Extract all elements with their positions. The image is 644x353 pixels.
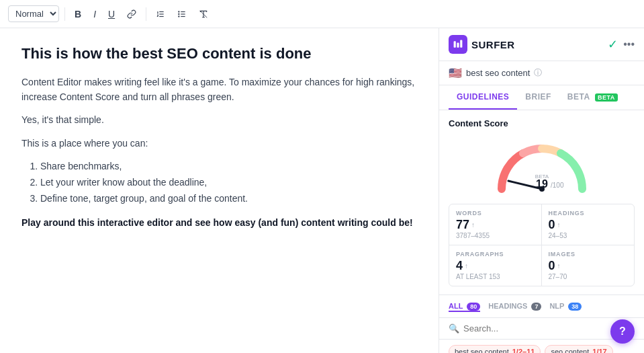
list-item: Define tone, target group, and goal of t… xyxy=(40,191,417,207)
beta-badge: BETA xyxy=(595,93,618,102)
check-icon: ✓ xyxy=(608,37,618,52)
filter-badge-all: 80 xyxy=(467,303,480,311)
surfer-icon xyxy=(453,39,463,50)
filter-badge-nlp: 38 xyxy=(568,303,582,311)
content-score-title: Content Score xyxy=(449,118,635,128)
stat-paragraphs-label: PARAGRAPHS xyxy=(456,251,535,258)
arrow-up-icon: ↑ xyxy=(471,221,475,229)
svg-rect-10 xyxy=(454,41,456,48)
keyword-tag: best seo content 1/2–11 xyxy=(449,345,541,353)
more-options-icon[interactable]: ••• xyxy=(623,38,635,50)
stat-words-sub: 3787–4355 xyxy=(456,232,535,239)
editor-para1: Content Editor makes writing feel like i… xyxy=(21,75,417,105)
stat-headings: HEADINGS 0 ↑ 24–53 xyxy=(542,204,635,245)
gauge-chart: BETA 19 /100 xyxy=(488,135,596,196)
link-icon xyxy=(127,9,136,19)
keyword-tags: best seo content 1/2–11 seo content 1/17… xyxy=(439,340,644,353)
kw-name: best seo content xyxy=(455,348,509,353)
gauge-container: BETA 19 /100 xyxy=(449,135,635,196)
brand: SURFER xyxy=(449,35,515,54)
arrow-up-icon: ↑ xyxy=(465,262,468,270)
stat-words: WORDS 77 ↑ 3787–4355 xyxy=(449,204,542,245)
brand-name: SURFER xyxy=(471,39,515,50)
svg-point-8 xyxy=(179,15,179,16)
tab-guidelines[interactable]: GUIDELINES xyxy=(449,85,517,110)
stat-headings-label: HEADINGS xyxy=(549,210,628,217)
editor-para2: Yes, it's that simple. xyxy=(21,112,417,127)
stat-paragraphs: PARAGRAPHS 4 ↑ AT LEAST 153 xyxy=(449,245,542,286)
ordered-list-icon xyxy=(156,9,165,19)
kw-score: 1/2–11 xyxy=(512,348,535,353)
stat-words-value: 77 ↑ xyxy=(456,218,535,232)
sidebar-header-icons: ✓ ••• xyxy=(608,37,635,52)
link-button[interactable] xyxy=(123,7,140,22)
brand-logo xyxy=(449,35,467,54)
sidebar-header: SURFER ✓ ••• xyxy=(439,28,644,61)
list-item: Let your writer know about the deadline, xyxy=(40,175,417,191)
tab-beta-label: BETA xyxy=(567,92,590,102)
arrow-up-icon: ↑ xyxy=(557,262,561,270)
filter-tabs: ALL 80 HEADINGS 7 NLP 38 xyxy=(439,295,644,318)
filter-tab-nlp[interactable]: NLP 38 xyxy=(549,301,582,312)
toolbar-divider-1 xyxy=(64,7,65,21)
toolbar-divider-2 xyxy=(146,7,146,21)
help-button[interactable]: ? xyxy=(610,319,635,344)
stat-images-sub: 27–70 xyxy=(549,273,628,280)
keyword-tag: seo content 1/17 xyxy=(545,345,612,353)
search-input[interactable] xyxy=(463,323,620,334)
editor-heading: This is how the best SEO content is done xyxy=(21,44,417,64)
search-icon: 🔍 xyxy=(449,323,459,334)
editor-list: Share benchmarks, Let your writer know a… xyxy=(40,159,417,206)
ordered-list-button[interactable] xyxy=(152,7,169,22)
arrow-up-icon: ↑ xyxy=(557,221,561,229)
filter-badge-headings: 7 xyxy=(531,303,541,311)
kw-score: 1/17 xyxy=(592,348,606,353)
filter-tab-headings[interactable]: HEADINGS 7 xyxy=(488,301,541,312)
clear-format-icon xyxy=(199,9,208,19)
filter-tab-all[interactable]: ALL 80 xyxy=(449,301,480,312)
svg-point-6 xyxy=(179,11,179,11)
italic-button[interactable]: I xyxy=(89,6,100,22)
svg-rect-12 xyxy=(460,40,462,48)
svg-rect-11 xyxy=(457,43,459,48)
underline-button[interactable]: U xyxy=(104,6,119,22)
unordered-list-button[interactable] xyxy=(173,7,191,22)
svg-point-7 xyxy=(179,13,179,14)
list-item: Share benchmarks, xyxy=(40,159,417,175)
stat-images-value: 0 ↑ xyxy=(549,259,628,273)
toolbar: Normal B I U xyxy=(0,0,644,28)
stat-images-label: IMAGES xyxy=(549,251,628,258)
editor-para3: This is a place where you can: xyxy=(21,136,417,151)
style-select[interactable]: Normal xyxy=(8,5,59,22)
stat-headings-value: 0 ↑ xyxy=(549,218,628,232)
sidebar: SURFER ✓ ••• 🇺🇸 best seo content ⓘ GUIDE… xyxy=(439,28,644,353)
editor-bold-para: Play around this interactive editor and … xyxy=(21,215,417,230)
svg-text:19: 19 xyxy=(536,178,548,190)
clear-format-button[interactable] xyxy=(195,7,212,22)
content-score-section: Content Score BETA xyxy=(439,110,644,295)
keyword-row: 🇺🇸 best seo content ⓘ xyxy=(439,61,644,85)
kw-name: seo content xyxy=(551,348,589,353)
stat-words-label: WORDS xyxy=(456,210,535,217)
tab-brief[interactable]: BRIEF xyxy=(517,85,559,110)
editor-area[interactable]: This is how the best SEO content is done… xyxy=(0,28,439,353)
flag-icon: 🇺🇸 xyxy=(449,67,462,79)
keyword-text: best seo content xyxy=(466,68,530,78)
tabs: GUIDELINES BRIEF BETA BETA xyxy=(439,85,644,110)
bold-button[interactable]: B xyxy=(71,6,85,22)
main-layout: This is how the best SEO content is done… xyxy=(0,28,644,353)
stats-grid: WORDS 77 ↑ 3787–4355 HEADINGS 0 ↑ 24–53 xyxy=(449,204,635,286)
stat-images: IMAGES 0 ↑ 27–70 xyxy=(542,245,635,286)
tab-beta[interactable]: BETA BETA xyxy=(559,85,626,110)
svg-text:/100: /100 xyxy=(551,182,564,189)
stat-headings-sub: 24–53 xyxy=(549,232,628,239)
info-icon[interactable]: ⓘ xyxy=(534,67,542,79)
stat-paragraphs-value: 4 ↑ xyxy=(456,259,535,273)
unordered-list-icon xyxy=(177,9,187,19)
stat-paragraphs-sub: AT LEAST 153 xyxy=(456,273,535,280)
